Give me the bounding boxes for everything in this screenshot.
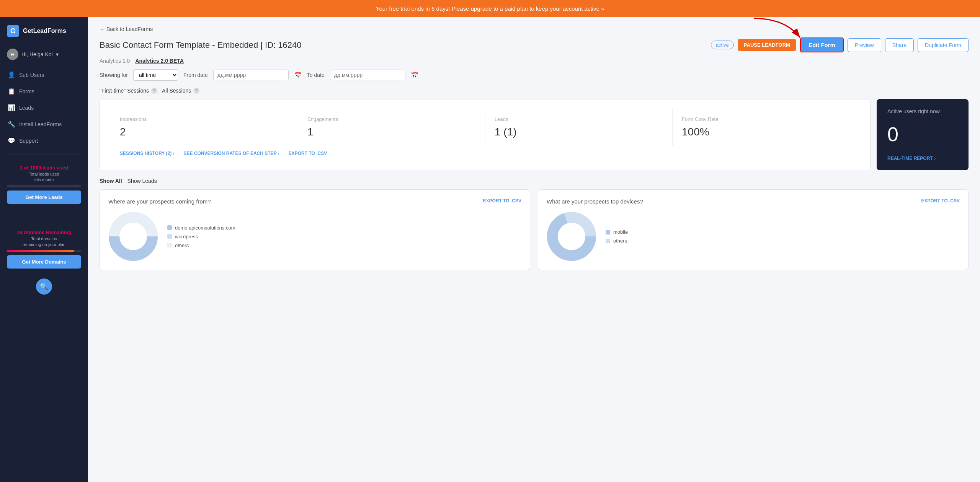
leads-value: 1 (1) xyxy=(495,126,663,138)
form-title: Basic Contact Form Template - Embedded |… xyxy=(100,40,706,50)
domains-stats-section: 19 Domains Remaining Total domains remai… xyxy=(0,220,88,272)
conv-rates-link[interactable]: SEE CONVERSION RATES OF EACH STEP › xyxy=(183,151,279,156)
chart2-legend-dot-0 xyxy=(606,230,610,234)
impressions-label: Impressions xyxy=(120,116,289,122)
show-leads-link[interactable]: Show Leads xyxy=(127,178,157,184)
user-greeting: Hi, Helga Kol xyxy=(21,51,53,57)
domains-sub1: Total domains xyxy=(7,236,81,241)
pause-leadform-button[interactable]: PAUSE LEADFORM xyxy=(738,39,796,51)
conv-rate-label: Form Conv Rate xyxy=(682,116,850,122)
sidebar: G GetLeadForms H Hi, Helga Kol ▾ 👤 Sub U… xyxy=(0,17,88,482)
legend-dot-2 xyxy=(167,243,172,248)
analytics-tabs: Analytics 1.0 Analytics 2.0 BETA xyxy=(100,58,969,64)
sidebar-divider xyxy=(7,155,81,155)
sidebar-divider-2 xyxy=(7,214,81,214)
chart2-legend-item-1: others xyxy=(606,238,628,244)
prospects-devices-chart: What are your prospects top devices? EXP… xyxy=(538,189,969,270)
chart2-export-link[interactable]: EXPORT TO .CSV xyxy=(921,198,960,204)
stats-grid: Impressions 2 Engagements 1 Leads 1 (1) xyxy=(111,109,859,146)
sidebar-item-sub-users[interactable]: 👤 Sub Users xyxy=(3,67,85,83)
to-date-label: To date xyxy=(307,72,325,78)
legend-item-1: wordpress xyxy=(167,234,235,239)
engagements-label: Engagements xyxy=(307,116,476,122)
export-csv-link[interactable]: EXPORT TO .CSV xyxy=(289,151,327,156)
sidebar-label-install: Install LeadForms xyxy=(19,121,62,127)
showing-for-label: Showing for xyxy=(100,72,128,78)
trial-banner[interactable]: Your free trial ends in 6 days! Please u… xyxy=(0,0,980,17)
install-icon: 🔧 xyxy=(8,120,15,128)
sidebar-item-forms[interactable]: 📋 Forms xyxy=(3,83,85,99)
sessions-history-link[interactable]: SESSIONS HISTORY (2) › xyxy=(120,151,174,156)
search-button[interactable]: 🔍 xyxy=(36,278,52,295)
chart2-donut-area: mobile others xyxy=(547,212,960,261)
logo-text: GetLeadForms xyxy=(23,28,66,34)
legend-item-0: demo.apicomsolutions.com xyxy=(167,225,235,231)
leads-used-sub1: Total leads used xyxy=(7,172,81,176)
show-filter-row: Show All Show Leads xyxy=(100,178,969,184)
chart1-export-link[interactable]: EXPORT TO .CSV xyxy=(483,198,521,204)
chart1-header: Where are your prospects coming from? EX… xyxy=(108,198,521,205)
impressions-cell: Impressions 2 xyxy=(111,109,298,146)
sidebar-label-support: Support xyxy=(19,138,38,144)
get-more-leads-button[interactable]: Get More Leads xyxy=(7,191,81,204)
banner-text: Your free trial ends in 6 days! Please u… xyxy=(376,5,604,12)
user-icon: 👤 xyxy=(8,71,15,78)
active-users-card: Active users right now 0 REAL-TIME REPOR… xyxy=(877,99,969,170)
preview-button[interactable]: Preview xyxy=(848,38,881,52)
chart2-legend-dot-1 xyxy=(606,239,610,243)
showing-for-select[interactable]: all time last 7 days last 30 days xyxy=(133,69,178,81)
sidebar-label-sub-users: Sub Users xyxy=(19,72,44,78)
chart2-title: What are your prospects top devices? xyxy=(547,198,643,205)
legend-label-2: others xyxy=(175,243,189,248)
support-icon: 💬 xyxy=(8,137,15,144)
legend-dot-1 xyxy=(167,234,172,239)
duplicate-form-button[interactable]: Duplicate Form xyxy=(918,38,969,52)
get-more-domains-button[interactable]: Get More Domains xyxy=(7,255,81,269)
all-sessions-toggle[interactable]: All Sessions ? xyxy=(162,88,199,94)
search-icon: 🔍 xyxy=(40,282,48,291)
domains-progress-bar xyxy=(7,250,81,252)
sidebar-item-support[interactable]: 💬 Support xyxy=(3,133,85,148)
chart1-legend: demo.apicomsolutions.com wordpress other… xyxy=(167,225,235,248)
leads-stats-section: 1 of 1000 leads used Total leads used th… xyxy=(0,161,88,208)
sidebar-item-leads[interactable]: 📊 Leads xyxy=(3,100,85,116)
analytics-tab-v1[interactable]: Analytics 1.0 xyxy=(100,58,130,64)
leads-icon: 📊 xyxy=(8,104,15,111)
domains-progress-fill xyxy=(7,250,74,252)
chart2-legend-item-0: mobile xyxy=(606,229,628,235)
chart2-donut-svg xyxy=(547,212,596,261)
show-all-link[interactable]: Show All xyxy=(100,178,122,184)
conv-rate-cell: Form Conv Rate 100% xyxy=(672,109,859,146)
all-sessions-help[interactable]: ? xyxy=(193,88,199,94)
chart1-donut-area: demo.apicomsolutions.com wordpress other… xyxy=(108,212,521,261)
sidebar-logo: G GetLeadForms xyxy=(0,17,88,45)
first-time-sessions-toggle[interactable]: "First-time" Sessions ? xyxy=(100,88,157,94)
main-content: ← Back to LeadForms Basic Contact Form T… xyxy=(88,17,980,482)
edit-form-button[interactable]: Edit Form xyxy=(800,37,844,52)
form-header-actions: active PAUSE LEADFORM Edit Form xyxy=(711,37,969,52)
first-time-sessions-label: "First-time" Sessions xyxy=(100,88,149,94)
impressions-value: 2 xyxy=(120,126,289,138)
logo-icon: G xyxy=(7,25,19,37)
realtime-report-link[interactable]: REAL-TIME REPORT › xyxy=(887,156,958,161)
engagements-value: 1 xyxy=(307,126,476,138)
share-button[interactable]: Share xyxy=(885,38,914,52)
sidebar-label-leads: Leads xyxy=(19,105,34,111)
to-date-input[interactable] xyxy=(330,70,405,80)
chart2-header: What are your prospects top devices? EXP… xyxy=(547,198,960,205)
user-menu[interactable]: H Hi, Helga Kol ▾ xyxy=(0,45,88,67)
analytics-tab-v2[interactable]: Analytics 2.0 BETA xyxy=(135,58,184,64)
first-time-sessions-help[interactable]: ? xyxy=(151,88,157,94)
filter-row: Showing for all time last 7 days last 30… xyxy=(100,69,969,81)
calendar-to-icon: 📅 xyxy=(411,72,418,79)
from-date-input[interactable] xyxy=(213,70,289,80)
legend-item-2: others xyxy=(167,243,235,248)
sidebar-item-install[interactable]: 🔧 Install LeadForms xyxy=(3,116,85,132)
domains-sub2: remaining on your plan xyxy=(7,242,81,247)
status-badge: active xyxy=(711,41,734,49)
chart2-legend-label-0: mobile xyxy=(613,229,628,235)
back-link[interactable]: ← Back to LeadForms xyxy=(100,26,153,32)
leads-used-sub2: this month xyxy=(7,177,81,182)
from-date-label: From date xyxy=(183,72,208,78)
chevron-down-icon: ▾ xyxy=(56,51,59,57)
